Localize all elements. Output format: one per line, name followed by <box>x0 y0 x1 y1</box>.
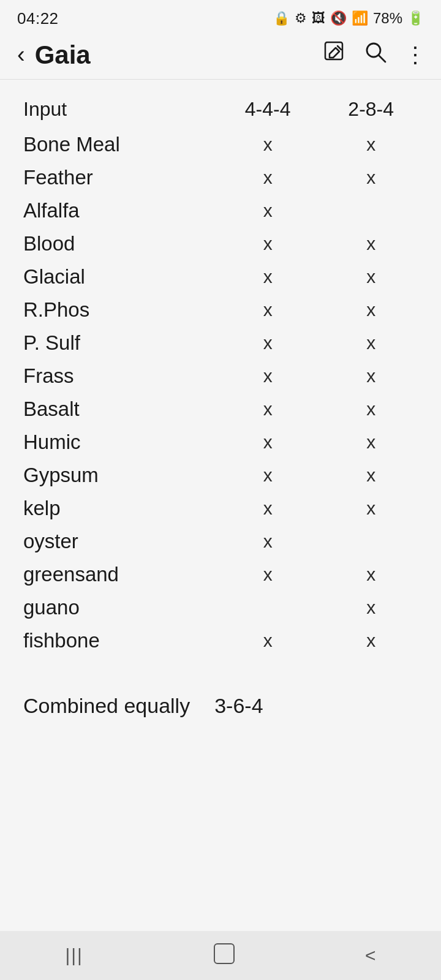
combined-section: Combined equally 3-6-4 <box>18 694 423 718</box>
col-444-value: x <box>216 293 320 326</box>
table-row: R.Phosxx <box>18 293 423 326</box>
col-444-value: x <box>216 525 320 558</box>
col-444-value: x <box>216 161 320 194</box>
combined-label: Combined equally <box>23 694 190 718</box>
col-284-value: x <box>319 260 423 293</box>
ingredient-name: greensand <box>18 558 216 591</box>
wifi-icon: 📶 <box>352 10 368 26</box>
col-284-value: x <box>319 492 423 525</box>
ingredient-name: Feather <box>18 161 216 194</box>
combined-row: Combined equally 3-6-4 <box>23 694 418 718</box>
battery-status: 78% <box>373 10 402 27</box>
table-row: Featherxx <box>18 161 423 194</box>
col-284-value <box>319 194 423 227</box>
ingredient-name: Gypsum <box>18 459 216 492</box>
nav-menu-button[interactable] <box>47 939 102 972</box>
silent-icon: 🔇 <box>330 10 347 26</box>
ingredient-name: Basalt <box>18 393 216 426</box>
nav-left: ‹ Gaia <box>12 39 91 70</box>
col-header-444: 4-4-4 <box>216 92 320 128</box>
table-row: Bone Mealxx <box>18 128 423 161</box>
col-284-value: x <box>319 161 423 194</box>
col-444-value: x <box>216 393 320 426</box>
col-284-value: x <box>319 591 423 624</box>
col-444-value: x <box>216 128 320 161</box>
settings-icon: ⚙ <box>295 10 307 26</box>
col-444-value: x <box>216 426 320 459</box>
status-bar: 04:22 🔒 ⚙ 🖼 🔇 📶 78% 🔋 <box>0 0 441 34</box>
col-284-value: x <box>319 360 423 393</box>
ingredient-name: Humic <box>18 426 216 459</box>
col-284-value: x <box>319 426 423 459</box>
status-time: 04:22 <box>17 9 59 28</box>
table-row: Humicxx <box>18 426 423 459</box>
table-row: fishbonexx <box>18 624 423 657</box>
col-header-input: Input <box>18 92 216 128</box>
table-row: Glacialxx <box>18 260 423 293</box>
table-row: Alfalfax <box>18 194 423 227</box>
table-row: kelpxx <box>18 492 423 525</box>
main-content: Input 4-4-4 2-8-4 Bone MealxxFeatherxxAl… <box>0 80 441 742</box>
back-button[interactable]: ‹ <box>12 39 30 70</box>
table-row: guanox <box>18 591 423 624</box>
ingredient-name: Alfalfa <box>18 194 216 227</box>
col-284-value <box>319 525 423 558</box>
col-284-value: x <box>319 293 423 326</box>
table-header: Input 4-4-4 2-8-4 <box>18 92 423 128</box>
col-444-value: x <box>216 260 320 293</box>
search-icon[interactable] <box>364 40 387 69</box>
col-284-value: x <box>319 128 423 161</box>
table-row: Bloodxx <box>18 227 423 260</box>
col-284-value: x <box>319 227 423 260</box>
col-284-value: x <box>319 558 423 591</box>
col-444-value <box>216 591 320 624</box>
col-444-value: x <box>216 492 320 525</box>
page-title: Gaia <box>35 40 91 70</box>
ingredient-name: Glacial <box>18 260 216 293</box>
col-444-value: x <box>216 194 320 227</box>
col-284-value: x <box>319 393 423 426</box>
nav-right: ⋮ <box>323 40 426 69</box>
ingredient-name: Blood <box>18 227 216 260</box>
col-444-value: x <box>216 326 320 360</box>
ingredients-table: Input 4-4-4 2-8-4 Bone MealxxFeatherxxAl… <box>18 92 423 657</box>
battery-icon: 🔋 <box>407 10 424 26</box>
col-header-284: 2-8-4 <box>319 92 423 128</box>
table-row: Basaltxx <box>18 393 423 426</box>
col-444-value: x <box>216 558 320 591</box>
table-row: oysterx <box>18 525 423 558</box>
col-444-value: x <box>216 624 320 657</box>
nav-home-button[interactable] <box>195 937 253 974</box>
top-nav: ‹ Gaia ⋮ <box>0 34 441 80</box>
table-row: Frassxx <box>18 360 423 393</box>
col-444-value: x <box>216 459 320 492</box>
col-284-value: x <box>319 459 423 492</box>
edit-icon[interactable] <box>323 40 347 69</box>
svg-line-2 <box>379 55 385 62</box>
col-284-value: x <box>319 624 423 657</box>
col-444-value: x <box>216 227 320 260</box>
ingredient-name: guano <box>18 591 216 624</box>
nav-back-button[interactable] <box>347 939 394 972</box>
table-row: greensandxx <box>18 558 423 591</box>
col-444-value: x <box>216 360 320 393</box>
ingredient-name: R.Phos <box>18 293 216 326</box>
ingredient-name: P. Sulf <box>18 326 216 360</box>
status-icons: 🔒 ⚙ 🖼 🔇 📶 78% 🔋 <box>273 10 424 27</box>
table-row: P. Sulfxx <box>18 326 423 360</box>
image-icon: 🖼 <box>312 10 325 26</box>
more-options-icon[interactable]: ⋮ <box>404 42 426 68</box>
ingredient-name: Bone Meal <box>18 128 216 161</box>
combined-value: 3-6-4 <box>214 694 263 718</box>
col-284-value: x <box>319 326 423 360</box>
bottom-nav <box>0 931 441 980</box>
ingredient-name: Frass <box>18 360 216 393</box>
ingredient-name: kelp <box>18 492 216 525</box>
table-row: Gypsumxx <box>18 459 423 492</box>
lock-icon: 🔒 <box>273 10 290 26</box>
table-body: Bone MealxxFeatherxxAlfalfaxBloodxxGlaci… <box>18 128 423 657</box>
ingredient-name: fishbone <box>18 624 216 657</box>
ingredient-name: oyster <box>18 525 216 558</box>
